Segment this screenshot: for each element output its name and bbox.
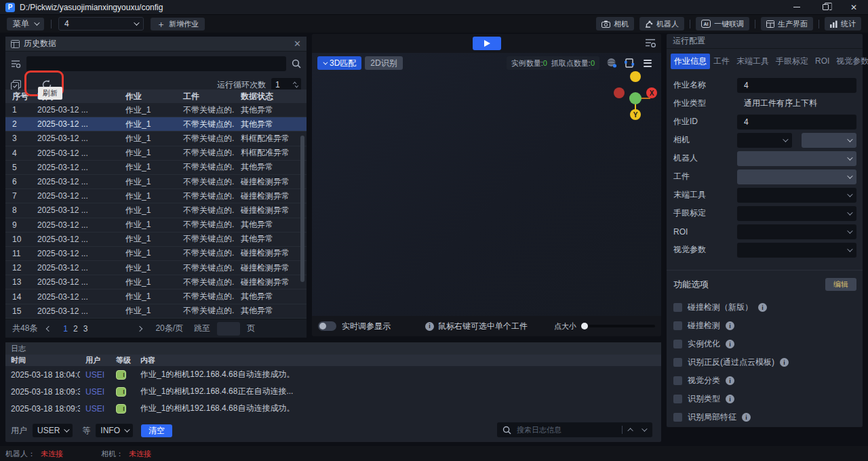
page-number-3[interactable]: 3 xyxy=(81,324,91,334)
page-number-2[interactable]: 2 xyxy=(71,324,81,334)
prev-page-button[interactable] xyxy=(44,327,54,331)
view-settings-icon[interactable] xyxy=(645,38,656,47)
level-filter-select[interactable]: INFO xyxy=(96,424,133,437)
filter-settings-icon[interactable] xyxy=(11,60,21,68)
three-d-viewport[interactable]: 3D匹配 2D识别 实例数量:0 抓取点数量:0 X Y xyxy=(312,53,661,316)
part-select[interactable] xyxy=(737,169,856,184)
axis-gizmo[interactable]: X Y xyxy=(611,71,660,120)
history-table-row[interactable]: 22025-03-12 ...作业_1不带关键点的...其他异常 xyxy=(5,117,307,132)
history-table-row[interactable]: 102025-03-12 ...作业_1不带关键点的...其他异常 xyxy=(5,233,307,247)
table-scrollbar[interactable] xyxy=(300,104,304,316)
end-tool-select[interactable] xyxy=(737,188,856,203)
total-count: 共48条 xyxy=(12,323,37,334)
tab-3d-match[interactable]: 3D匹配 xyxy=(317,56,361,70)
history-table-row[interactable]: 32025-03-12 ...作业_1不带关键点的...料框配准异常 xyxy=(5,132,307,146)
camera-status-value: 未连接 xyxy=(129,449,151,459)
job-select-value: 4 xyxy=(64,19,69,28)
new-job-button[interactable]: ＋ 新增作业 xyxy=(151,18,205,31)
run-button[interactable] xyxy=(473,37,501,50)
point-cloud-icon[interactable] xyxy=(606,57,618,69)
edit-button[interactable]: 编辑 xyxy=(825,278,856,291)
option-checkbox[interactable] xyxy=(673,376,682,385)
info-icon[interactable]: i xyxy=(726,395,734,403)
history-table-row[interactable]: 92025-03-12 ...作业_1不带关键点的...其他异常 xyxy=(5,218,307,233)
one-key-debug-button[interactable]: AI 一键联调 xyxy=(696,17,749,31)
info-icon[interactable]: i xyxy=(780,358,789,367)
maximize-button[interactable] xyxy=(811,0,840,14)
search-prev-icon[interactable] xyxy=(628,428,635,432)
clear-log-button[interactable]: 清空 xyxy=(141,424,172,437)
history-table-row[interactable]: 82025-03-12 ...作业_1不带关键点的...碰撞检测异常 xyxy=(5,203,307,218)
slider-thumb[interactable] xyxy=(581,323,588,329)
history-search-input[interactable] xyxy=(26,56,286,71)
history-table-row[interactable]: 12025-03-12 ...作业_1不带关键点的...其他异常 xyxy=(5,103,307,117)
log-search-input[interactable] xyxy=(517,426,616,434)
search-next-icon[interactable] xyxy=(640,428,647,432)
job-select[interactable]: 4 xyxy=(58,17,144,31)
log-row[interactable]: 2025-03-18 18:09:34USEII作业_1的相机192.168.4… xyxy=(5,383,661,400)
robot-button[interactable]: 机器人 xyxy=(639,17,684,31)
point-size-slider[interactable] xyxy=(580,325,655,327)
layer-menu-icon[interactable] xyxy=(641,56,654,70)
option-checkbox[interactable] xyxy=(673,340,682,348)
info-icon[interactable]: i xyxy=(758,303,767,312)
option-checkbox[interactable] xyxy=(673,358,682,367)
jump-page-input[interactable] xyxy=(217,322,240,336)
job-name-input[interactable] xyxy=(737,78,856,93)
page-number-1[interactable]: 1 xyxy=(60,324,71,334)
log-user-link[interactable]: USEI xyxy=(80,404,111,414)
info-icon[interactable]: i xyxy=(726,340,734,348)
history-table-row[interactable]: 132025-03-12 ...作业_1不带关键点的...碰撞检测异常 xyxy=(5,275,307,289)
history-table-row[interactable]: 42025-03-12 ...作业_1不带关键点的...料框配准异常 xyxy=(5,146,307,161)
option-checkbox[interactable] xyxy=(673,303,682,312)
camera-select-2[interactable] xyxy=(802,133,856,148)
history-table-row[interactable]: 152025-03-12 ...作业_1不带关键点的...其他异常 xyxy=(5,304,307,319)
menu-dropdown[interactable]: 菜单 xyxy=(7,18,44,31)
robot-status-label: 机器人： xyxy=(5,449,35,459)
hand-eye-select[interactable] xyxy=(737,206,856,221)
log-user-link[interactable]: USEI xyxy=(80,387,111,397)
robot-select[interactable] xyxy=(737,151,856,166)
log-row[interactable]: 2025-03-18 18:09:36USEII作业_1的相机192.168.4… xyxy=(5,400,661,417)
next-page-button[interactable] xyxy=(135,327,144,331)
config-tab-末端工具[interactable]: 末端工具 xyxy=(733,54,772,69)
camera-select-1[interactable] xyxy=(737,133,792,148)
history-table-row[interactable]: 142025-03-12 ...作业_1不带关键点的...其他异常 xyxy=(5,289,307,304)
close-button[interactable]: ✕ xyxy=(840,0,868,14)
scrollbar-thumb[interactable] xyxy=(300,136,304,282)
history-table-row[interactable]: 112025-03-12 ...作业_1不带关键点的...碰撞检测异常 xyxy=(5,247,307,261)
search-icon[interactable] xyxy=(292,59,301,68)
info-icon[interactable]: i xyxy=(726,321,734,330)
user-filter-select[interactable]: USER xyxy=(33,424,73,437)
roi-select[interactable] xyxy=(737,224,856,239)
history-table-row[interactable]: 52025-03-12 ...作业_1不带关键点的...其他异常 xyxy=(5,161,307,175)
option-checkbox[interactable] xyxy=(673,413,682,422)
tab-2d-recognition[interactable]: 2D识别 xyxy=(365,56,402,70)
config-tab-手眼标定[interactable]: 手眼标定 xyxy=(772,54,812,69)
log-row[interactable]: 2025-03-18 18:04:02USEII作业_1的相机192.168.4… xyxy=(5,366,661,383)
config-tab-ROI[interactable]: ROI xyxy=(812,54,833,68)
info-icon[interactable]: i xyxy=(742,413,751,422)
camera-button[interactable]: 相机 xyxy=(596,17,634,31)
batch-select-icon[interactable] xyxy=(11,80,21,90)
info-icon[interactable]: i xyxy=(726,376,734,385)
production-view-button[interactable]: 生产界面 xyxy=(761,17,813,31)
bounding-box-icon[interactable] xyxy=(624,58,635,68)
history-table-row[interactable]: 72025-03-12 ...作业_1不带关键点的...碰撞检测异常 xyxy=(5,189,307,203)
close-icon[interactable]: ✕ xyxy=(294,39,301,49)
config-tab-工件[interactable]: 工件 xyxy=(710,54,733,69)
spin-down-icon[interactable] xyxy=(295,84,299,88)
option-checkbox[interactable] xyxy=(673,321,682,330)
job-id-input[interactable] xyxy=(737,115,856,129)
x-axis-dot: X xyxy=(646,87,657,98)
history-table-row[interactable]: 62025-03-12 ...作业_1不带关键点的...碰撞检测异常 xyxy=(5,175,307,189)
minimize-button[interactable] xyxy=(783,0,811,14)
option-checkbox[interactable] xyxy=(673,395,682,403)
config-tab-视觉参数[interactable]: 视觉参数 xyxy=(833,54,868,69)
realtime-display-toggle[interactable] xyxy=(318,321,336,331)
config-tab-作业信息[interactable]: 作业信息 xyxy=(671,54,710,69)
vision-param-select[interactable] xyxy=(737,243,856,258)
history-table-row[interactable]: 122025-03-12 ...作业_1不带关键点的...碰撞检测异常 xyxy=(5,261,307,275)
statistics-button[interactable]: 统计 xyxy=(825,17,861,31)
log-user-link[interactable]: USEI xyxy=(80,370,111,380)
